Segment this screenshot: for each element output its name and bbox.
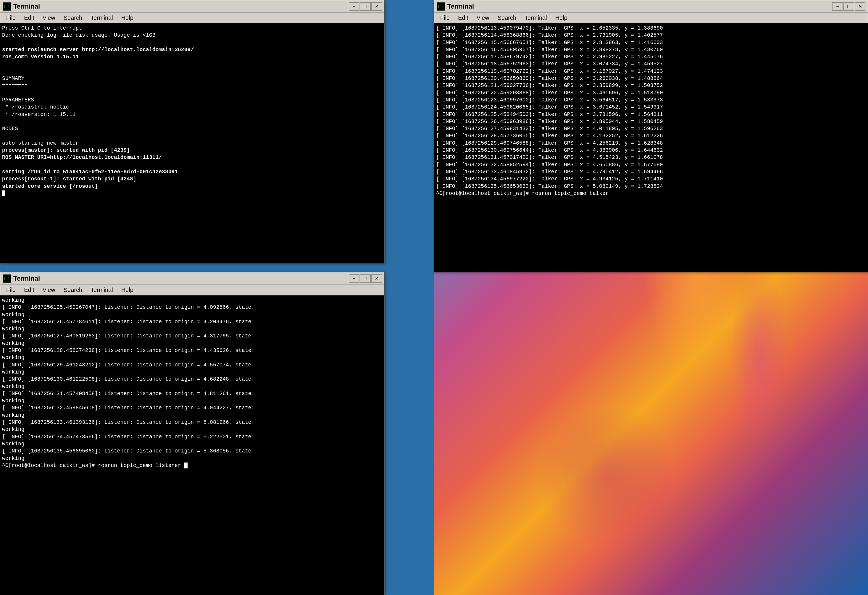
terminal-icon-2 [437,2,445,11]
menu-help-2[interactable]: Help [552,13,571,22]
menu-edit-1[interactable]: Edit [21,13,38,22]
minimize-button-3[interactable]: − [349,274,359,283]
terminal-body-3: working [ INFO] [1687256125.459267047]: … [0,295,384,595]
menu-search-2[interactable]: Search [494,13,520,22]
menu-terminal-2[interactable]: Terminal [521,13,551,22]
menu-view-3[interactable]: View [39,286,59,295]
terminal-body-1: Press Ctrl-C to interrupt Done checking … [0,24,384,263]
terminal-window-3: Terminal − □ ✕ File Edit View Search Ter… [0,272,385,595]
terminal-window-2: Terminal − □ ✕ File Edit View Search Ter… [434,0,868,272]
minimize-button-1[interactable]: − [349,2,359,11]
menu-terminal-1[interactable]: Terminal [87,13,117,22]
menu-edit-3[interactable]: Edit [21,286,38,295]
menu-help-1[interactable]: Help [118,13,137,22]
menu-file-2[interactable]: File [437,13,453,22]
terminal-window-1: Terminal − □ ✕ File Edit View Search Ter… [0,0,385,263]
menubar-3: File Edit View Search Terminal Help [0,285,384,295]
menu-terminal-3[interactable]: Terminal [87,286,117,295]
maximize-button-2[interactable]: □ [843,2,854,11]
window-controls-2: − □ ✕ [832,2,865,11]
terminal-output-2: [ INFO] [1687256113.459079470]: Talker: … [436,25,866,197]
menu-search-1[interactable]: Search [60,13,86,22]
terminal-body-2: [ INFO] [1687256113.459079470]: Talker: … [434,24,868,272]
menu-help-3[interactable]: Help [118,286,137,295]
menu-file-1[interactable]: File [3,13,19,22]
titlebar-1: Terminal − □ ✕ [0,0,384,13]
maximize-button-3[interactable]: □ [360,274,371,283]
window-title-1: Terminal [13,3,349,10]
menubar-1: File Edit View Search Terminal Help [0,13,384,24]
window-controls-1: − □ ✕ [349,2,382,11]
menu-search-3[interactable]: Search [60,286,86,295]
terminal-output-3: working [ INFO] [1687256125.459267047]: … [2,297,382,469]
maximize-button-1[interactable]: □ [360,2,371,11]
menu-edit-2[interactable]: Edit [455,13,472,22]
close-button-3[interactable]: ✕ [371,274,382,283]
window-title-2: Terminal [447,3,832,10]
terminal-output-1: Press Ctrl-C to interrupt Done checking … [2,25,382,197]
close-button-1[interactable]: ✕ [371,2,382,11]
terminal-icon-1 [3,2,11,11]
menu-view-2[interactable]: View [473,13,493,22]
close-button-2[interactable]: ✕ [855,2,865,11]
titlebar-2: Terminal − □ ✕ [434,0,868,13]
window-controls-3: − □ ✕ [349,274,382,283]
minimize-button-2[interactable]: − [832,2,843,11]
titlebar-3: Terminal − □ ✕ [0,272,384,285]
window-title-3: Terminal [13,275,349,283]
menu-view-1[interactable]: View [39,13,59,22]
menu-file-3[interactable]: File [3,286,19,295]
menubar-2: File Edit View Search Terminal Help [434,13,868,24]
terminal-icon-3 [3,274,11,283]
